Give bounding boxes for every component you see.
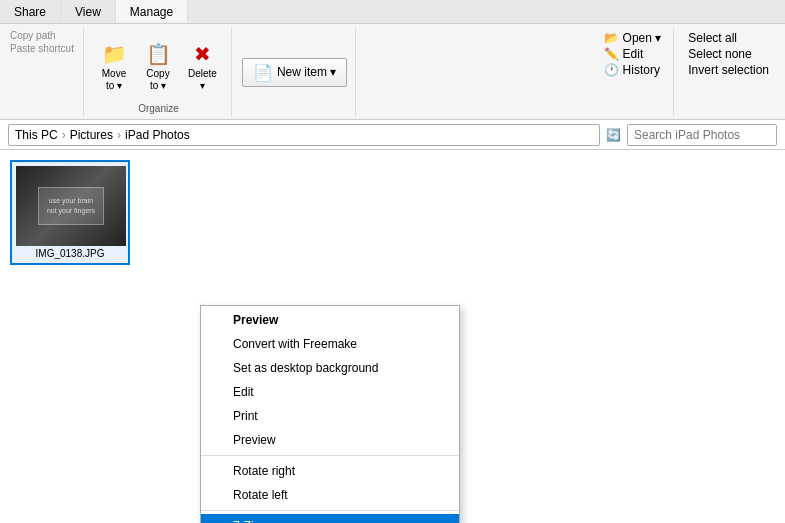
new-item-icon: 📄: [253, 63, 273, 82]
copy-to-button[interactable]: 📋 Copyto ▾: [138, 36, 178, 96]
tab-share[interactable]: Share: [0, 0, 61, 23]
breadcrumb[interactable]: This PC › Pictures › iPad Photos: [8, 124, 600, 146]
new-item-button[interactable]: 📄 New item ▾: [242, 58, 347, 87]
ribbon: Share View Manage Copy path Paste shortc…: [0, 0, 785, 120]
history-button[interactable]: 🕐 History: [600, 62, 666, 78]
copy-icon: 📋: [144, 40, 172, 68]
copy-label: Copyto ▾: [146, 68, 169, 92]
file-thumbnail[interactable]: use your brainnot your fingers IMG_0138.…: [10, 160, 130, 265]
ctx-item-preview-header[interactable]: Preview: [201, 308, 459, 332]
refresh-icon[interactable]: 🔄: [606, 128, 621, 142]
thumbnail-image: use your brainnot your fingers: [16, 166, 126, 246]
move-to-button[interactable]: 📁 Moveto ▾: [94, 36, 134, 96]
file-content: use your brainnot your fingers IMG_0138.…: [0, 150, 785, 523]
ctx-item-rotate-right[interactable]: Rotate right: [201, 459, 459, 483]
invert-selection-button[interactable]: Invert selection: [684, 62, 773, 78]
organize-label: Organize: [138, 103, 179, 114]
ctx-item-convert[interactable]: Convert with Freemake: [201, 332, 459, 356]
address-bar: This PC › Pictures › iPad Photos 🔄: [0, 120, 785, 150]
delete-label: Delete▾: [188, 68, 217, 92]
file-area: use your brainnot your fingers IMG_0138.…: [0, 150, 785, 523]
ctx-item-rotate-left[interactable]: Rotate left: [201, 483, 459, 507]
breadcrumb-part1: This PC: [15, 128, 58, 142]
open-icon: 📂: [604, 31, 619, 45]
ctx-sep-2: [201, 510, 459, 511]
tab-view[interactable]: View: [61, 0, 116, 23]
ctx-item-preview[interactable]: Preview: [201, 428, 459, 452]
paste-shortcut-label: Paste shortcut: [10, 43, 74, 54]
ribbon-content: Copy path Paste shortcut 📁 Moveto ▾ 📋 Co…: [0, 24, 785, 120]
breadcrumb-part3: iPad Photos: [125, 128, 190, 142]
breadcrumb-part2: Pictures: [70, 128, 113, 142]
delete-button[interactable]: ✖ Delete▾: [182, 36, 223, 96]
tab-manage[interactable]: Manage: [116, 0, 188, 23]
edit-icon: ✏️: [604, 47, 619, 61]
history-icon: 🕐: [604, 63, 619, 77]
ctx-item-print[interactable]: Print: [201, 404, 459, 428]
select-group: Select all Select none Invert selection: [676, 28, 781, 116]
context-menu: Preview Convert with Freemake Set as des…: [200, 305, 460, 523]
search-input[interactable]: [627, 124, 777, 146]
move-label: Moveto ▾: [102, 68, 126, 92]
ribbon-tabs: Share View Manage: [0, 0, 785, 24]
file-name: IMG_0138.JPG: [16, 248, 124, 259]
open-button[interactable]: 📂 Open ▾: [600, 30, 666, 46]
edit-button[interactable]: ✏️ Edit: [600, 46, 666, 62]
delete-icon: ✖: [188, 40, 216, 68]
ctx-sep-1: [201, 455, 459, 456]
move-icon: 📁: [100, 40, 128, 68]
open-group: 📂 Open ▾ ✏️ Edit 🕐 History: [592, 28, 675, 116]
select-none-button[interactable]: Select none: [684, 46, 773, 62]
ctx-item-7zip[interactable]: 7-Zip ▶: [201, 514, 459, 523]
new-item-label: New item ▾: [277, 65, 336, 79]
ctx-item-edit[interactable]: Edit: [201, 380, 459, 404]
ctx-item-desktop-bg[interactable]: Set as desktop background: [201, 356, 459, 380]
select-all-button[interactable]: Select all: [684, 30, 773, 46]
copy-path-label: Copy path: [10, 30, 56, 41]
